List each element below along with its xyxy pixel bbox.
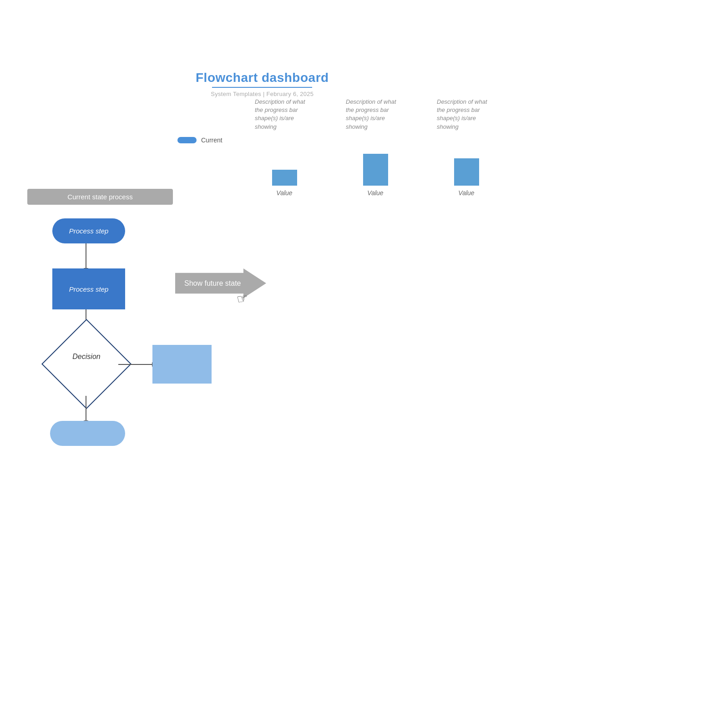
show-future-state-container[interactable]: Show future state bbox=[175, 268, 266, 298]
title-underline bbox=[212, 87, 312, 88]
page-header: Flowchart dashboard System Templates | F… bbox=[196, 71, 329, 97]
chart-3-value: Value bbox=[458, 189, 474, 197]
legend-pill-current bbox=[177, 137, 197, 143]
process-step-1-label: Process step bbox=[69, 227, 109, 235]
chart-3-description: Description of what the progress bar sha… bbox=[437, 98, 496, 131]
process-step-1: Process step bbox=[52, 218, 125, 243]
current-state-label: Current state process bbox=[27, 189, 173, 205]
legend-bar: Current bbox=[177, 136, 222, 144]
chart-col-3: Description of what the progress bar sha… bbox=[446, 98, 487, 197]
chart-col-2: Description of what the progress bar sha… bbox=[355, 98, 396, 197]
bar-1 bbox=[272, 170, 297, 186]
page-subtitle: System Templates | February 6, 2025 bbox=[196, 91, 329, 97]
show-future-state-label: Show future state bbox=[184, 279, 241, 288]
arrow-down-1 bbox=[86, 243, 86, 268]
arrow-down-3 bbox=[86, 396, 86, 421]
flowchart: Process step Process step Decision bbox=[27, 218, 264, 455]
charts-section: Description of what the progress bar sha… bbox=[264, 98, 487, 197]
chart-2-bar bbox=[363, 145, 388, 186]
chart-2-value: Value bbox=[367, 189, 383, 197]
end-state bbox=[50, 421, 125, 446]
chart-3-bar bbox=[454, 145, 479, 186]
legend-label-current: Current bbox=[201, 136, 222, 144]
chart-1-bar bbox=[272, 145, 297, 186]
side-rect bbox=[152, 345, 212, 384]
process-step-2-label: Process step bbox=[69, 285, 109, 293]
bar-3 bbox=[454, 158, 479, 186]
chart-2-description: Description of what the progress bar sha… bbox=[346, 98, 405, 131]
bar-2 bbox=[363, 154, 388, 186]
show-future-state-button[interactable]: Show future state bbox=[175, 268, 266, 298]
chart-col-1: Description of what the progress bar sha… bbox=[264, 98, 305, 197]
process-step-2: Process step bbox=[52, 268, 125, 309]
decision-label: Decision bbox=[57, 353, 116, 361]
chart-1-description: Description of what the progress bar sha… bbox=[255, 98, 314, 131]
chart-1-value: Value bbox=[276, 189, 292, 197]
arrow-right-decision bbox=[118, 364, 152, 365]
flowchart-section: Current state process Process step Proce… bbox=[27, 189, 264, 455]
page-title: Flowchart dashboard bbox=[196, 71, 329, 85]
